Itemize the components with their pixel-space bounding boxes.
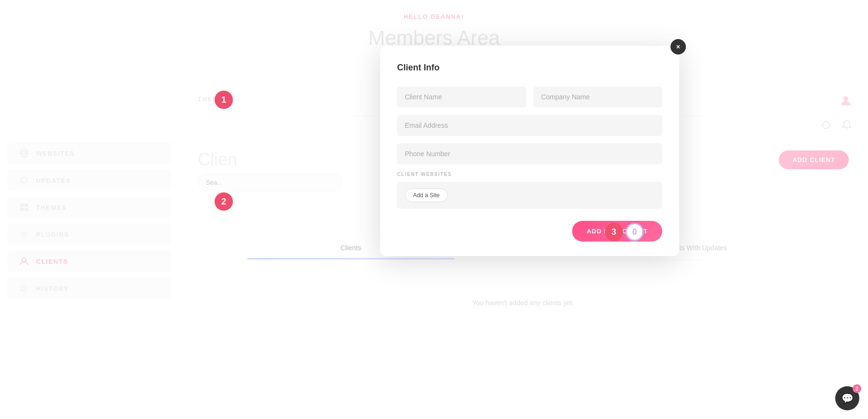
add-site-button[interactable]: Add a Site — [405, 189, 448, 202]
websites-area: Add a Site — [397, 182, 662, 209]
step-3-circle: 0 — [625, 223, 644, 241]
websites-label: CLIENT WEBSITES — [397, 172, 662, 177]
chat-badge: 2 — [853, 384, 861, 393]
modal-title: Client Info — [397, 63, 662, 73]
modal-close-button[interactable]: × — [670, 39, 686, 54]
step-3-badge: 3 — [605, 223, 623, 241]
step-2-badge: 2 — [215, 192, 233, 211]
phone-input[interactable] — [397, 143, 662, 164]
client-name-input[interactable] — [397, 86, 526, 108]
company-name-input[interactable] — [533, 86, 663, 108]
chat-icon: 💬 — [841, 392, 854, 404]
chat-bubble[interactable]: 💬 2 — [835, 386, 859, 410]
name-row — [397, 86, 662, 108]
email-input[interactable] — [397, 115, 662, 136]
step-1-badge: 1 — [215, 91, 233, 109]
